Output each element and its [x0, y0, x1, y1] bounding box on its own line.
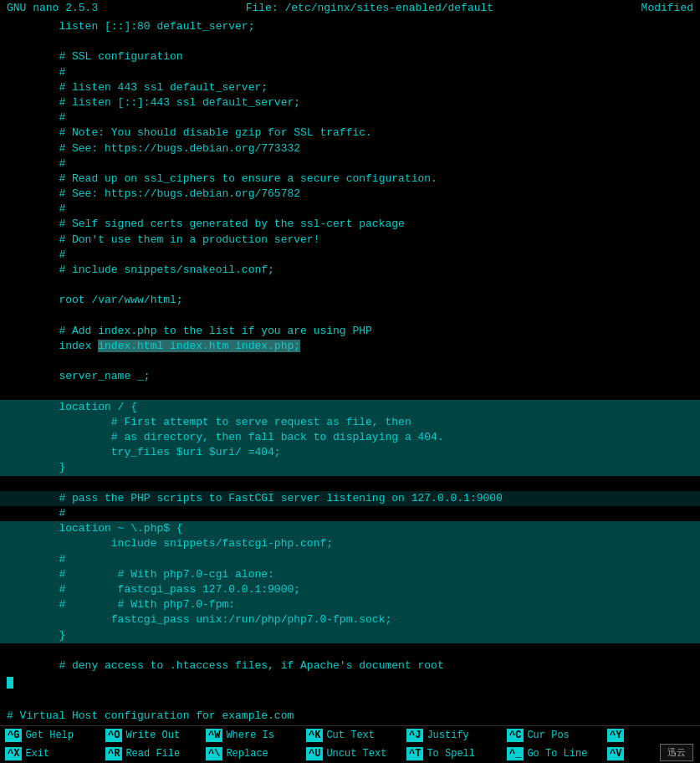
cmd-label: Exit	[25, 748, 49, 760]
cmd-key: ^O	[105, 729, 122, 742]
cmd-key: ^X	[5, 747, 22, 760]
editor-line: #	[0, 552, 700, 567]
editor-line	[7, 385, 693, 400]
editor-line: listen [::]:80 default_server;	[7, 19, 693, 34]
cmd-key: ^V	[607, 747, 624, 760]
editor-line: # listen 443 ssl default_server;	[7, 80, 693, 95]
virtual-host-comment: # Virtual Host configuration for example…	[0, 707, 700, 725]
cmd-label: Cut Text	[326, 730, 375, 741]
editor-line: # Don't use them in a production server!	[7, 233, 693, 248]
editor-line: location / {	[0, 400, 700, 415]
editor-line	[7, 643, 693, 658]
editor-line: include snippets/fastcgi-php.conf;	[0, 536, 700, 551]
editor-line: #	[7, 202, 693, 217]
editor-line: # # With php7.0-fpm:	[0, 597, 700, 612]
cmd-item[interactable]: ^_Go To Line	[502, 745, 602, 763]
cmd-item[interactable]: ^GGet Help	[0, 726, 100, 745]
cmd-item[interactable]: ^\Replace	[201, 745, 301, 763]
bottom-row-1: ^GGet Help^OWrite Out^WWhere Is^KCut Tex…	[0, 726, 700, 745]
file-label: File: /etc/nginx/sites-enabled/default	[246, 2, 493, 14]
cmd-label: Go To Line	[527, 748, 587, 760]
cursor-indicator	[7, 677, 13, 689]
cmd-key: ^T	[406, 747, 423, 760]
editor-line: # See: https://bugs.debian.org/765782	[7, 187, 693, 202]
editor-line: # as directory, then fall back to displa…	[0, 430, 700, 445]
editor-line: }	[0, 628, 700, 643]
cmd-item[interactable]: ^WWhere Is	[201, 726, 301, 745]
bottom-row-2: ^XExit^RRead File^\Replace^UUncut Text^T…	[0, 745, 700, 763]
editor-line: #	[7, 248, 693, 263]
cmd-item[interactable]: ^XExit	[0, 745, 100, 763]
cmd-key: ^K	[306, 729, 323, 742]
editor-line: #	[7, 156, 693, 172]
cmd-label: Uncut Text	[326, 748, 386, 760]
editor-line: location ~ \.php$ {	[0, 521, 700, 536]
editor-line: # Self signed certs generated by the ssl…	[7, 217, 693, 232]
bottom-area: ^GGet Help^OWrite Out^WWhere Is^KCut Tex…	[0, 725, 700, 763]
editor-line	[7, 354, 693, 369]
editor-line: #	[7, 65, 693, 80]
editor-line: # SSL configuration	[7, 49, 693, 64]
editor-line: try_files $uri $uri/ =404;	[0, 445, 700, 460]
editor-line: # Note: You should disable gzip for SSL …	[7, 125, 693, 141]
editor-line: # Add index.php to the list if you are u…	[7, 324, 693, 339]
editor-line	[7, 278, 693, 293]
editor-line: index index.html index.htm index.php;	[7, 339, 693, 354]
cmd-item[interactable]: ^OWrite Out	[100, 726, 201, 745]
editor-line: # fastcgi_pass 127.0.0.1:9000;	[0, 582, 700, 597]
cmd-label: Justify	[427, 730, 468, 741]
editor-line: # listen [::]:443 ssl default_server;	[7, 95, 693, 110]
cmd-key: ^G	[5, 729, 22, 742]
cmd-key: ^W	[206, 729, 222, 742]
editor-line: # First attempt to serve request as file…	[0, 415, 700, 430]
cmd-label: Cur Pos	[527, 730, 569, 741]
status-bar	[0, 691, 700, 707]
cmd-key: ^Y	[607, 729, 624, 742]
cursor-area	[0, 676, 700, 691]
cmd-label: Where Is	[226, 730, 274, 741]
cmd-key: ^C	[507, 729, 524, 742]
cmd-key: ^\	[206, 747, 222, 760]
modified-status: Modified	[641, 2, 693, 14]
cmd-label: To Spell	[427, 748, 475, 760]
cmd-key: ^R	[105, 747, 122, 760]
title-bar: GNU nano 2.5.3 File: /etc/nginx/sites-en…	[0, 0, 700, 16]
editor-line: #	[7, 506, 693, 521]
bottom-bar: ^GGet Help^OWrite Out^WWhere Is^KCut Tex…	[0, 725, 700, 763]
watermark: 迅云	[660, 744, 693, 761]
editor-line: root /var/www/html;	[7, 293, 693, 308]
editor-line: # Read up on ssl_ciphers to ensure a sec…	[7, 172, 693, 187]
editor-line	[7, 34, 693, 49]
cmd-key: ^U	[306, 747, 323, 760]
editor-line: # # With php7.0-cgi alone:	[0, 567, 700, 582]
cmd-label: Get Help	[25, 730, 74, 741]
cmd-item[interactable]: ^JJustify	[401, 726, 502, 745]
editor-line: # include snippets/snakeoil.conf;	[7, 263, 693, 278]
cmd-key: ^J	[406, 729, 423, 742]
editor-line: # deny access to .htaccess files, if Apa…	[7, 658, 693, 673]
cmd-label: Replace	[226, 748, 268, 760]
editor-line: #	[7, 110, 693, 125]
cmd-item[interactable]: ^TTo Spell	[401, 745, 502, 763]
app-name: GNU nano 2.5.3	[7, 2, 98, 14]
cmd-label: Write Out	[125, 730, 180, 741]
cmd-item[interactable]: ^KCut Text	[301, 726, 401, 745]
cmd-item[interactable]: ^RRead File	[100, 745, 201, 763]
editor-area[interactable]: listen [::]:80 default_server; # SSL con…	[0, 16, 700, 676]
editor-line	[7, 476, 693, 491]
cmd-key: ^_	[507, 747, 524, 760]
cmd-item[interactable]: ^UUncut Text	[301, 745, 401, 763]
editor-line	[7, 309, 693, 324]
editor-line: server_name _;	[7, 369, 693, 384]
editor-line: fastcgi_pass unix:/run/php/php7.0-fpm.so…	[0, 612, 700, 627]
cmd-item[interactable]: ^CCur Pos	[502, 726, 602, 745]
cmd-label: Read File	[125, 748, 180, 760]
editor-line: }	[0, 460, 700, 475]
editor-line: # See: https://bugs.debian.org/773332	[7, 141, 693, 156]
editor-line: # pass the PHP scripts to FastCGI server…	[0, 491, 700, 506]
cmd-item[interactable]: ^Y	[602, 726, 700, 745]
